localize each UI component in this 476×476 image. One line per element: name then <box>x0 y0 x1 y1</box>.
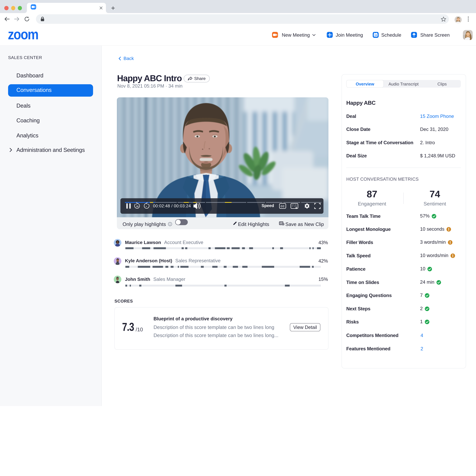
svg-text:+: + <box>146 205 147 207</box>
svg-text:CC: CC <box>281 205 285 208</box>
svg-text:15: 15 <box>136 205 138 207</box>
svg-text:19: 19 <box>374 34 377 36</box>
